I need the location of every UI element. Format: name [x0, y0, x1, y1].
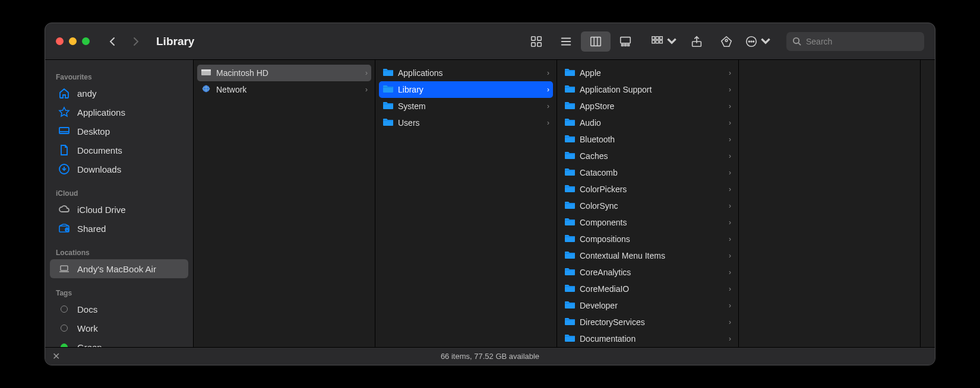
sidebar-section-header: Tags: [45, 278, 193, 300]
svg-line-27: [798, 43, 801, 45]
column-2: Apple›Application Support›AppStore›Audio…: [557, 60, 739, 347]
column-item-contextual-menu-items[interactable]: Contextual Menu Items›: [561, 247, 735, 264]
column-item-appstore[interactable]: AppStore›: [561, 98, 735, 115]
folder-icon: [564, 101, 575, 112]
forward-button[interactable]: [131, 37, 141, 46]
chevron-right-icon: ›: [729, 318, 731, 326]
sidebar-item-label: andy: [77, 88, 97, 98]
column-item-directoryservices[interactable]: DirectoryServices›: [561, 314, 735, 330]
sidebar-item-icloud-drive[interactable]: iCloud Drive: [50, 200, 188, 219]
close-window-button[interactable]: [56, 37, 64, 45]
chevron-right-icon: ›: [547, 119, 549, 127]
folder-icon: [382, 84, 393, 95]
column-item-coremediaio[interactable]: CoreMediaIO›: [561, 281, 735, 297]
column-item-components[interactable]: Components›: [561, 214, 735, 231]
column-item-label: Components: [580, 218, 724, 227]
column-item-library[interactable]: Library›: [379, 81, 553, 98]
svg-point-24: [751, 41, 752, 42]
column-item-application-support[interactable]: Application Support›: [561, 81, 735, 98]
column-item-label: Developer: [580, 301, 724, 310]
column-item-users[interactable]: Users›: [379, 115, 553, 131]
back-button[interactable]: [108, 37, 117, 46]
column-item-colorpickers[interactable]: ColorPickers›: [561, 181, 735, 198]
chevron-right-icon: ›: [729, 335, 731, 343]
sidebar-item-label: Green: [77, 342, 102, 348]
sidebar-item-documents[interactable]: Documents: [50, 141, 188, 160]
search-field[interactable]: [786, 32, 924, 51]
chevron-right-icon: ›: [729, 185, 731, 193]
column-view-button[interactable]: [581, 31, 611, 52]
svg-rect-16: [660, 36, 663, 39]
column-item-applications[interactable]: Applications›: [379, 65, 553, 81]
gallery-view-button[interactable]: [611, 31, 640, 52]
share-button[interactable]: [682, 31, 712, 52]
sidebar-item-andy[interactable]: andy: [50, 84, 188, 103]
tag-icon: [58, 303, 70, 315]
svg-rect-34: [61, 266, 68, 271]
column-item-label: Application Support: [580, 85, 724, 94]
list-view-button[interactable]: [551, 31, 581, 52]
column-item-compositions[interactable]: Compositions›: [561, 231, 735, 247]
column-item-label: Macintosh HD: [216, 68, 361, 78]
column-item-network[interactable]: Network›: [197, 81, 371, 98]
svg-rect-28: [59, 128, 69, 133]
column-item-label: Audio: [580, 118, 724, 128]
column-item-apple[interactable]: Apple›: [561, 65, 735, 81]
column-item-colorsync[interactable]: ColorSync›: [561, 198, 735, 214]
sidebar-item-label: Desktop: [77, 126, 110, 136]
column-item-catacomb[interactable]: Catacomb›: [561, 164, 735, 181]
network-icon: [201, 84, 211, 95]
sidebar-section-header: Favourites: [45, 67, 193, 84]
sidebar-item-green[interactable]: Green: [50, 338, 188, 347]
shared-icon: [58, 222, 70, 234]
sidebar-item-docs[interactable]: Docs: [50, 300, 188, 319]
svg-rect-7: [591, 37, 601, 46]
minimize-window-button[interactable]: [69, 37, 77, 45]
column-item-label: Compositions: [580, 234, 724, 244]
chevron-right-icon: ›: [729, 69, 731, 77]
maximize-window-button[interactable]: [82, 37, 90, 45]
chevron-right-icon: ›: [729, 202, 731, 210]
hd-icon: [201, 68, 211, 78]
chevron-right-icon: ›: [547, 69, 549, 77]
folder-icon: [564, 317, 575, 327]
folder-icon: [564, 300, 575, 311]
column-3: [739, 60, 921, 347]
sidebar-item-downloads[interactable]: Downloads: [50, 160, 188, 179]
column-item-coreanalytics[interactable]: CoreAnalytics›: [561, 264, 735, 281]
svg-rect-2: [532, 42, 535, 46]
svg-rect-14: [652, 36, 655, 39]
sidebar-item-applications[interactable]: Applications: [50, 103, 188, 122]
svg-point-26: [794, 38, 799, 43]
column-item-macintosh-hd[interactable]: Macintosh HD›: [197, 65, 371, 81]
sidebar-item-andy-s-macbook-air[interactable]: Andy's MacBook Air: [50, 259, 188, 278]
folder-icon: [564, 84, 575, 95]
column-item-bluetooth[interactable]: Bluetooth›: [561, 131, 735, 148]
chevron-right-icon: ›: [547, 102, 549, 110]
column-item-label: AppStore: [580, 101, 724, 111]
path-bar-close-button[interactable]: ✕: [52, 351, 60, 362]
column-item-developer[interactable]: Developer›: [561, 297, 735, 314]
group-by-button[interactable]: [647, 31, 682, 52]
column-item-system[interactable]: System›: [379, 98, 553, 115]
chevron-right-icon: ›: [729, 252, 731, 260]
svg-rect-13: [628, 44, 630, 46]
more-actions-button[interactable]: [741, 31, 776, 52]
tags-button[interactable]: [712, 31, 741, 52]
sidebar-item-shared[interactable]: Shared: [50, 219, 188, 238]
column-item-caches[interactable]: Caches›: [561, 148, 735, 164]
sidebar-item-desktop[interactable]: Desktop: [50, 122, 188, 141]
sidebar-item-label: Docs: [77, 304, 97, 314]
chevron-right-icon: ›: [729, 168, 731, 177]
column-item-label: Users: [398, 118, 542, 128]
folder-icon: [382, 101, 393, 112]
column-item-documentation[interactable]: Documentation›: [561, 330, 735, 347]
sidebar-item-work[interactable]: Work: [50, 319, 188, 338]
chevron-right-icon: ›: [365, 85, 368, 94]
column-item-label: Contextual Menu Items: [580, 251, 724, 260]
icon-view-button[interactable]: [521, 31, 551, 52]
column-item-audio[interactable]: Audio›: [561, 115, 735, 131]
toolbar: Library: [45, 23, 935, 60]
search-input[interactable]: [806, 37, 918, 46]
chevron-right-icon: ›: [729, 218, 731, 227]
